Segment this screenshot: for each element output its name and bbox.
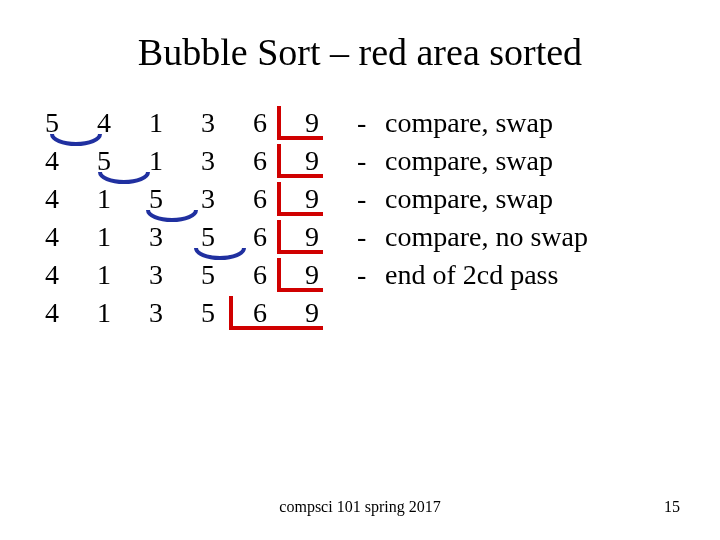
cell: 3 [201,180,249,218]
cell: 4 [45,218,93,256]
cell: 9 [305,218,353,256]
table-row: 4 1 3 5 6 9 - compare, no swap [45,218,588,256]
cell: 6 [253,294,301,332]
cell: 9 [305,142,353,180]
page-number: 15 [664,498,680,516]
cell: 9 [305,294,353,332]
step-desc: compare, no swap [385,218,588,256]
cell: 1 [97,294,145,332]
dash: - [357,218,381,256]
cell: 3 [149,218,197,256]
table-row: 4 1 3 5 6 9 [45,294,588,332]
cell: 9 [305,256,353,294]
footer-text: compsci 101 spring 2017 [0,498,720,516]
table-row: 5 4 1 3 6 9 - compare, swap [45,104,588,142]
dash: - [357,104,381,142]
dash: - [357,256,381,294]
step-desc: compare, swap [385,180,553,218]
cell: 6 [253,104,301,142]
cell: 3 [201,142,249,180]
page-title: Bubble Sort – red area sorted [0,30,720,74]
cell: 6 [253,256,301,294]
cell: 6 [253,180,301,218]
dash: - [357,180,381,218]
cell: 6 [253,218,301,256]
cell: 1 [149,104,197,142]
cell: 4 [45,142,93,180]
cell: 1 [97,180,145,218]
cell: 5 [149,180,197,218]
table-row: 4 5 1 3 6 9 - compare, swap [45,142,588,180]
table-row: 4 1 5 3 6 9 - compare, swap [45,180,588,218]
cell: 6 [253,142,301,180]
step-desc: compare, swap [385,142,553,180]
cell: 9 [305,104,353,142]
cell: 3 [149,294,197,332]
cell: 4 [45,294,93,332]
step-desc: end of 2cd pass [385,256,558,294]
cell: 5 [201,218,249,256]
cell: 3 [149,256,197,294]
cell: 5 [201,256,249,294]
cell: 4 [97,104,145,142]
cell: 4 [45,180,93,218]
cell: 1 [149,142,197,180]
dash: - [357,142,381,180]
cell: 1 [97,218,145,256]
step-desc: compare, swap [385,104,553,142]
sort-grid: 5 4 1 3 6 9 - compare, swap 4 5 1 3 6 9 … [45,104,588,332]
cell: 4 [45,256,93,294]
cell: 5 [97,142,145,180]
cell: 1 [97,256,145,294]
table-row: 4 1 3 5 6 9 - end of 2cd pass [45,256,588,294]
cell: 5 [201,294,249,332]
cell: 5 [45,104,93,142]
cell: 3 [201,104,249,142]
cell: 9 [305,180,353,218]
